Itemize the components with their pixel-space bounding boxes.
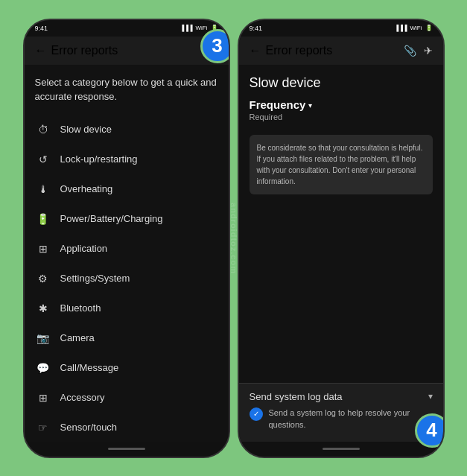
right-content: Slow device Frequency ▾ Required Be cons…: [239, 65, 443, 442]
right-header-icons: 📎 ✈: [404, 45, 433, 57]
menu-label-sensor-touch: Sensor/touch: [60, 422, 118, 433]
subtitle-box: Select a category below to get a quick a…: [25, 65, 229, 112]
menu-label-lockup-restarting: Lock-up/restarting: [60, 153, 138, 165]
send-log-chevron-icon: ▾: [428, 391, 433, 402]
send-log-section: Send system log data ▾ ✓ Send a system l…: [239, 383, 443, 442]
menu-icon-camera: 📷: [35, 330, 51, 346]
menu-label-camera: Camera: [60, 332, 95, 343]
menu-item-overheating[interactable]: 🌡Overheating: [25, 174, 229, 204]
right-bottom-bar: [239, 442, 443, 457]
right-back-button[interactable]: ←: [250, 44, 261, 57]
left-bottom-bar: [25, 442, 229, 457]
check-circle[interactable]: ✓: [250, 407, 263, 421]
menu-icon-power-battery: 🔋: [35, 211, 51, 227]
menu-icon-application: ⊞: [35, 241, 51, 257]
right-time: 9:41: [250, 25, 263, 32]
right-battery-icon: 🔋: [425, 25, 433, 31]
wifi-icon: WiFi: [196, 25, 208, 31]
right-home-indicator: [323, 448, 360, 450]
left-header-title: Error reports: [51, 44, 118, 57]
menu-item-settings-system[interactable]: ⚙Settings/System: [25, 264, 229, 293]
menu-label-overheating: Overheating: [60, 183, 113, 194]
menu-label-bluetooth: Bluetooth: [60, 302, 101, 314]
frequency-dropdown-icon: ▾: [308, 101, 312, 110]
right-phone: 4 9:41 ▐▐▐ WiFi 🔋 ← Error reports 📎 ✈: [238, 19, 445, 458]
left-phone: 3 9:41 ▐▐▐ WiFi 🔋 ← Error reports Select…: [23, 19, 230, 458]
menu-item-call-message[interactable]: 💬Call/Message: [25, 353, 229, 383]
clip-icon[interactable]: 📎: [404, 45, 416, 57]
send-log-body: ✓ Send a system log to help resolve your…: [239, 407, 443, 442]
menu-icon-accessory: ⊞: [35, 390, 51, 406]
menu-icon-slow-device: ⏱: [35, 121, 51, 138]
left-back-button[interactable]: ←: [35, 44, 47, 57]
menu-icon-sensor-touch: ☞: [35, 419, 51, 436]
section-title: Slow device: [239, 65, 443, 94]
left-status-bar: 9:41 ▐▐▐ WiFi 🔋: [25, 20, 229, 37]
home-indicator: [108, 448, 145, 450]
send-log-header[interactable]: Send system log data ▾: [239, 384, 443, 407]
main-container: androidtoz.com 3 9:41 ▐▐▐ WiFi 🔋 ← Error…: [0, 0, 467, 476]
menu-icon-overheating: 🌡: [35, 181, 51, 197]
menu-item-slow-device[interactable]: ⏱Slow device: [25, 115, 229, 145]
menu-label-accessory: Accessory: [60, 392, 105, 403]
right-header-left: ← Error reports: [250, 44, 333, 57]
menu-label-application: Application: [60, 243, 108, 254]
left-header: ← Error reports: [25, 37, 229, 65]
right-status-icons: ▐▐▐ WiFi 🔋: [394, 25, 432, 31]
menu-item-application[interactable]: ⊞Application: [25, 234, 229, 264]
required-text: Required: [239, 112, 443, 129]
menu-icon-lockup-restarting: ↺: [35, 151, 51, 168]
menu-icon-bluetooth: ✱: [35, 300, 51, 317]
frequency-label: Frequency: [250, 98, 306, 111]
menu-item-accessory[interactable]: ⊞Accessory: [25, 383, 229, 413]
signal-icon: ▐▐▐: [180, 25, 192, 31]
menu-item-bluetooth[interactable]: ✱Bluetooth: [25, 293, 229, 323]
menu-icon-settings-system: ⚙: [35, 270, 51, 287]
subtitle-text: Select a category below to get a quick a…: [35, 75, 218, 104]
info-box: Be considerate so that your consultation…: [250, 135, 433, 194]
menu-label-call-message: Call/Message: [60, 362, 119, 373]
menu-icon-call-message: 💬: [35, 360, 51, 376]
menu-item-lockup-restarting[interactable]: ↺Lock-up/restarting: [25, 145, 229, 174]
right-header-title: Error reports: [266, 44, 333, 57]
watermark: androidtoz.com: [229, 203, 238, 274]
right-screen: ← Error reports 📎 ✈ Slow device Frequenc…: [239, 37, 443, 442]
menu-label-power-battery: Power/Battery/Charging: [60, 213, 163, 224]
badge-4: 4: [415, 413, 445, 448]
info-text: Be considerate so that your consultation…: [257, 142, 425, 187]
checkmark-icon: ✓: [253, 410, 259, 418]
right-wifi-icon: WiFi: [410, 25, 422, 31]
menu-item-camera[interactable]: 📷Camera: [25, 323, 229, 353]
send-icon[interactable]: ✈: [424, 45, 433, 57]
menu-item-sensor-touch[interactable]: ☞Sensor/touch: [25, 413, 229, 442]
left-time: 9:41: [35, 25, 48, 32]
right-signal-icon: ▐▐▐: [394, 25, 407, 31]
menu-list[interactable]: ⏱Slow device↺Lock-up/restarting🌡Overheat…: [25, 112, 229, 442]
badge-3: 3: [200, 29, 230, 63]
left-screen: ← Error reports Select a category below …: [25, 37, 229, 442]
right-header: ← Error reports 📎 ✈: [239, 37, 443, 65]
frequency-row[interactable]: Frequency ▾: [239, 94, 443, 112]
send-log-title: Send system log data: [250, 391, 343, 402]
right-status-bar: 9:41 ▐▐▐ WiFi 🔋: [239, 20, 443, 37]
menu-item-power-battery[interactable]: 🔋Power/Battery/Charging: [25, 204, 229, 234]
menu-label-slow-device: Slow device: [60, 124, 112, 135]
menu-label-settings-system: Settings/System: [60, 273, 130, 284]
send-log-desc: Send a system log to help resolve your q…: [269, 407, 433, 431]
spacer: [239, 200, 443, 383]
